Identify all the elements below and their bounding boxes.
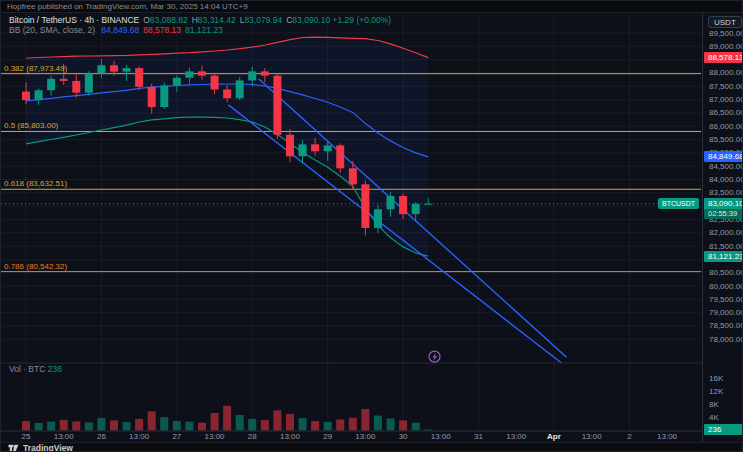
volume-bar — [236, 415, 244, 431]
fib-label-0.786: 0.786 (80,542.32) — [4, 263, 67, 271]
price-tick: 84,500.00 — [709, 162, 743, 171]
candle-body — [135, 68, 143, 87]
price-axis[interactable]: USDT 89,500.0089,000.0088,000.0087,500.0… — [702, 13, 743, 442]
indicator-legend-row[interactable]: BB (20, SMA, close, 2) 84,849.6888,578.1… — [9, 26, 391, 35]
time-tick: 13:00 — [122, 432, 156, 441]
volume-bar — [123, 422, 131, 430]
symbol-legend-row[interactable]: Bitcoin / TetherUS · 4h · BINANCEO83,088… — [9, 16, 391, 25]
volume-title: Vol · BTC — [9, 364, 45, 374]
volume-bar — [160, 417, 168, 430]
candle-body — [299, 144, 307, 156]
volume-tag: 236 — [704, 424, 743, 435]
candle-body — [387, 196, 395, 209]
volume-tick: 16K — [709, 374, 723, 383]
volume-bar — [349, 418, 357, 431]
footer-bar: TradingView — [1, 442, 743, 452]
volume-bar — [286, 414, 294, 431]
price-tag: 84,849.68 — [704, 151, 743, 162]
candle-body — [336, 145, 344, 168]
price-tick: 89,000.00 — [709, 42, 743, 51]
volume-tick: 4K — [709, 413, 719, 422]
bb-values: 84,849.6888,578.1381,121.23 — [97, 25, 222, 35]
price-tick: 89,500.00 — [709, 29, 743, 38]
volume-legend-row[interactable]: Vol · BTC 236 — [9, 365, 62, 374]
ohlc-value: 83,314.42 — [198, 15, 236, 25]
price-tag: 88,578.13 — [704, 52, 743, 63]
candle-body — [399, 196, 407, 214]
price-tick: 79,500.00 — [709, 295, 743, 304]
candle-body — [273, 76, 281, 135]
time-tick: 26 — [84, 432, 118, 441]
volume-bar — [22, 421, 30, 430]
time-tick: 25 — [9, 432, 43, 441]
candle-body — [412, 204, 420, 214]
ohlc-value: 83,090.10 — [292, 15, 330, 25]
volume-bar — [336, 419, 344, 430]
fib-label-0.5: 0.5 (85,803.00) — [4, 122, 58, 130]
candle-body — [198, 71, 206, 75]
volume-bar — [110, 420, 118, 430]
volume-bar — [399, 420, 407, 430]
volume-bar — [72, 421, 80, 430]
volume-bar — [85, 422, 93, 430]
volume-bar — [97, 418, 105, 431]
published-chart-frame: Hopfree published on TradingView.com, Ma… — [0, 0, 743, 452]
price-tick: 88,000.00 — [709, 68, 743, 77]
price-tick: 78,500.00 — [709, 321, 743, 330]
candle-body — [374, 209, 382, 228]
price-tick: 87,000.00 — [709, 95, 743, 104]
time-tick: 28 — [235, 432, 269, 441]
price-tick: 86,500.00 — [709, 108, 743, 117]
time-axis[interactable]: 2513:002613:002713:002813:002913:003013:… — [1, 431, 743, 442]
volume-bar — [261, 420, 269, 430]
symbol-price-tag: BTCUSDT — [658, 198, 699, 209]
candle-body — [22, 92, 30, 101]
time-tick: 13:00 — [499, 432, 533, 441]
candle-body — [236, 80, 244, 98]
last-price-value: 83,090.10 — [704, 198, 743, 209]
price-tick: 84,000.00 — [709, 175, 743, 184]
candle-body — [123, 68, 131, 71]
volume-tick: 8K — [709, 400, 719, 409]
ohlc-values: O83,088.82H83,314.42L83,079.94C83,090.10 — [139, 15, 330, 25]
tradingview-logo-icon — [8, 444, 19, 452]
candle-body — [248, 71, 256, 80]
chart-legend: Bitcoin / TetherUS · 4h · BINANCEO83,088… — [9, 16, 391, 36]
candle-body — [349, 168, 357, 184]
volume-bar — [311, 421, 319, 430]
price-tick: 80,000.00 — [709, 282, 743, 291]
time-tick: 29 — [311, 432, 345, 441]
time-tick: 13:00 — [424, 432, 458, 441]
currency-button[interactable]: USDT — [708, 16, 742, 28]
chart-canvas[interactable] — [1, 1, 743, 452]
time-tick: 13:00 — [198, 432, 232, 441]
tradingview-logo[interactable]: TradingView — [8, 444, 73, 452]
time-tick: 13:00 — [650, 432, 684, 441]
time-tick: Apr — [537, 432, 571, 441]
candle-body — [311, 144, 319, 151]
time-tick: 13:00 — [273, 432, 307, 441]
volume-bar — [387, 418, 395, 430]
tradingview-logo-text: TradingView — [23, 444, 73, 452]
price-tag: 81,121.23 — [704, 251, 743, 262]
volume-bar — [324, 422, 332, 430]
bb-value: 84,849.68 — [101, 25, 139, 35]
volume-bar — [223, 406, 231, 431]
volume-bar — [148, 411, 156, 430]
price-tick: 83,500.00 — [709, 188, 743, 197]
bar-countdown: 02:55:39 — [704, 209, 743, 219]
time-tick: 27 — [160, 432, 194, 441]
candle-body — [60, 79, 68, 81]
volume-bar — [273, 410, 281, 430]
volume-bar — [211, 413, 219, 431]
volume-tick: 12K — [709, 387, 723, 396]
time-tick: 2 — [612, 432, 646, 441]
candle-body — [211, 76, 219, 90]
candle-body — [261, 71, 269, 75]
candle-body — [47, 79, 55, 90]
bb-value: 81,121.23 — [185, 25, 223, 35]
price-tick: 79,000.00 — [709, 308, 743, 317]
volume-bar — [185, 422, 193, 431]
time-tick: 13:00 — [47, 432, 81, 441]
change-value: +1.29 (+0.00%) — [333, 15, 392, 25]
